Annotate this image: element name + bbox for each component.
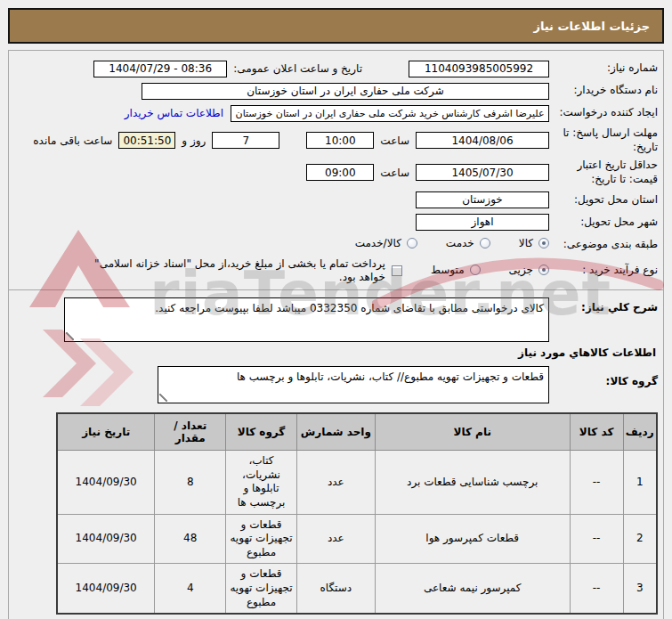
- table-cell: قطعات و تجهیزات تهویه مطبوع: [226, 564, 297, 614]
- radio-icon[interactable]: [470, 265, 481, 275]
- buyer-org-label: نام دستگاه خریدار:: [549, 84, 658, 98]
- radio-label: جزیی: [509, 264, 533, 276]
- delivery-city-label: شهر محل تحویل:: [549, 216, 658, 230]
- time-remaining-label: ساعت باقی مانده: [27, 134, 118, 147]
- buyer-org-row: نام دستگاه خریدار: شرکت ملی حفاری ایران …: [14, 82, 658, 100]
- radio-label: متوسط: [431, 264, 465, 276]
- table-cell: برچسب شناسایی قطعات برد: [375, 451, 570, 514]
- delivery-city-field[interactable]: اهواز: [416, 214, 549, 231]
- table-cell: 48: [155, 514, 226, 564]
- need-description-row: شرح کلي نیاز: کالای درخواستی مطابق با تق…: [14, 297, 658, 342]
- table-cell: 8: [155, 451, 226, 514]
- radio-icon[interactable]: [480, 238, 490, 248]
- treasury-docs-checkbox-label: پرداخت تمام یا بخشی از مبلغ خرید،از محل …: [92, 257, 385, 283]
- table-cell: کمپرسور نیمه شعاعی: [375, 564, 570, 614]
- column-header: نام کالا: [375, 413, 570, 451]
- response-deadline-hour-label: ساعت: [374, 134, 416, 147]
- announce-datetime-field[interactable]: 1404/07/29 - 08:36: [93, 61, 227, 77]
- classification-options: کالاخدمتکالا/خدمت: [327, 237, 549, 251]
- radio-icon[interactable]: [538, 238, 549, 248]
- radio-option[interactable]: خدمت: [446, 237, 490, 249]
- radio-option[interactable]: کالا: [519, 237, 549, 249]
- request-creator-label: ایجاد کننده درخواست:: [549, 106, 658, 120]
- radio-option[interactable]: متوسط: [431, 264, 481, 276]
- table-row: 2--قطعات کمپرسور هواعددقطعات و تجهیزات ت…: [57, 514, 657, 564]
- request-creator-row: ایجاد کننده درخواست: علیرضا اشرفی کارشنا…: [14, 104, 658, 122]
- table-cell: دستگاه: [296, 564, 375, 614]
- purchase-process-row: نوع فرآیند خرید : جزییمتوسط پرداخت تمام …: [14, 257, 658, 283]
- resize-handle-icon[interactable]: [66, 332, 74, 340]
- table-cell: عدد: [296, 514, 375, 564]
- radio-label: خدمت: [446, 237, 474, 249]
- need-description-textarea[interactable]: کالای درخواستی مطابق با تقاضای شماره 033…: [64, 297, 549, 342]
- radio-label: کالا: [519, 237, 533, 249]
- table-cell: 1404/09/30: [57, 451, 155, 514]
- announce-datetime-label: تاریخ و ساعت اعلان عمومی:: [227, 62, 368, 75]
- delivery-province-label: استان محل تحویل:: [549, 193, 658, 208]
- table-row: 1--برچسب شناسایی قطعات بردعددکتاب، نشریا…: [57, 451, 657, 514]
- goods-section-title: اطلاعات کالاهاي مورد نیاز: [14, 346, 656, 359]
- column-header: گروه کالا: [226, 413, 297, 451]
- page-title: جزئیات اطلاعات نیاز: [533, 20, 650, 33]
- column-header: تاریخ نیاز: [57, 413, 155, 451]
- table-row: 3--کمپرسور نیمه شعاعیدستگاهقطعات و تجهیز…: [57, 564, 657, 614]
- column-header: ردیف: [623, 413, 657, 451]
- countdown-timer: 00:51:50: [118, 132, 175, 149]
- buyer-org-field[interactable]: شرکت ملی حفاری ایران در استان خوزستان: [142, 83, 549, 100]
- response-deadline-date-field[interactable]: 1404/08/06: [416, 132, 549, 149]
- need-description-label: شرح کلي نیاز:: [549, 297, 658, 315]
- goods-group-row: گروه کالا: قطعات و تجهیزات تهویه مطبوع//…: [14, 366, 658, 403]
- price-validity-row: حداقل تاریخ اعتبار قیمت: تا تاریخ: 1405/…: [14, 159, 658, 186]
- need-number-field[interactable]: 1104093985005992: [409, 61, 549, 77]
- need-info-section: شماره نیاز: 1104093985005992 تاریخ و ساع…: [9, 51, 663, 289]
- radio-label: کالا/خدمت: [355, 237, 401, 249]
- request-creator-field[interactable]: علیرضا اشرفی کارشناس خرید شرکت ملی حفاری…: [231, 105, 549, 122]
- classification-label: طبقه بندی موضوعی:: [549, 238, 658, 252]
- radio-option[interactable]: جزیی: [509, 264, 549, 276]
- days-remaining-field: 7: [212, 132, 279, 149]
- table-cell: 1404/09/30: [57, 514, 155, 564]
- days-remaining-label: روز و: [175, 134, 212, 147]
- table-cell: 2: [623, 514, 657, 564]
- table-cell: --: [570, 514, 623, 564]
- treasury-docs-checkbox[interactable]: [392, 265, 402, 276]
- table-header-row: ردیفکد کالانام کالاواحد شمارشگروه کالاتع…: [57, 413, 657, 451]
- table-cell: عدد: [296, 451, 375, 514]
- goods-table: ردیفکد کالانام کالاواحد شمارشگروه کالاتع…: [56, 412, 658, 615]
- resize-handle-icon[interactable]: [159, 394, 167, 402]
- column-header: تعداد / مقدار: [155, 413, 226, 451]
- table-cell: قطعات کمپرسور هوا: [375, 514, 570, 564]
- table-cell: --: [570, 564, 623, 614]
- need-number-row: شماره نیاز: 1104093985005992 تاریخ و ساع…: [14, 60, 658, 77]
- response-deadline-label: مهلت ارسال پاسخ: تا تاریخ:: [549, 126, 658, 154]
- price-validity-time-field[interactable]: 09:00: [306, 164, 374, 181]
- column-header: کد کالا: [570, 413, 623, 451]
- purchase-process-options: جزییمتوسط: [402, 264, 549, 278]
- classification-row: طبقه بندی موضوعی: کالاخدمتکالا/خدمت: [14, 235, 658, 253]
- response-deadline-time-field[interactable]: 10:00: [306, 132, 374, 149]
- buyer-contact-link[interactable]: اطلاعات تماس خریدار: [125, 107, 223, 119]
- details-panel: شماره نیاز: 1104093985005992 تاریخ و ساع…: [8, 50, 664, 619]
- page-title-bar: جزئیات اطلاعات نیاز: [8, 8, 664, 44]
- response-deadline-row: مهلت ارسال پاسخ: تا تاریخ: 1404/08/06 سا…: [14, 126, 658, 154]
- table-cell: 1404/09/30: [57, 564, 155, 614]
- delivery-province-field[interactable]: خوزستان: [416, 191, 549, 208]
- goods-info-section: شرح کلي نیاز: کالای درخواستی مطابق با تق…: [9, 289, 663, 619]
- delivery-city-row: شهر محل تحویل: اهواز: [14, 213, 658, 231]
- table-cell: قطعات و تجهیزات تهویه مطبوع: [226, 514, 297, 564]
- table-cell: 1: [623, 451, 657, 514]
- purchase-process-label: نوع فرآیند خرید :: [549, 264, 658, 278]
- table-cell: 4: [155, 564, 226, 614]
- radio-option[interactable]: کالا/خدمت: [355, 237, 417, 249]
- radio-icon[interactable]: [407, 238, 417, 248]
- goods-group-label: گروه کالا:: [549, 366, 658, 389]
- price-validity-label: حداقل تاریخ اعتبار قیمت: تا تاریخ:: [549, 159, 658, 186]
- price-validity-date-field[interactable]: 1405/07/30: [416, 164, 549, 181]
- column-header: واحد شمارش: [296, 413, 375, 451]
- table-cell: 3: [623, 564, 657, 614]
- table-cell: کتاب، نشریات، تابلوها و برچسب ها: [226, 451, 297, 514]
- need-number-label: شماره نیاز:: [549, 61, 658, 76]
- goods-group-textarea[interactable]: قطعات و تجهیزات تهویه مطبوع// کتاب، نشری…: [158, 366, 549, 403]
- radio-icon[interactable]: [538, 265, 549, 275]
- price-validity-hour-label: ساعت: [374, 167, 416, 179]
